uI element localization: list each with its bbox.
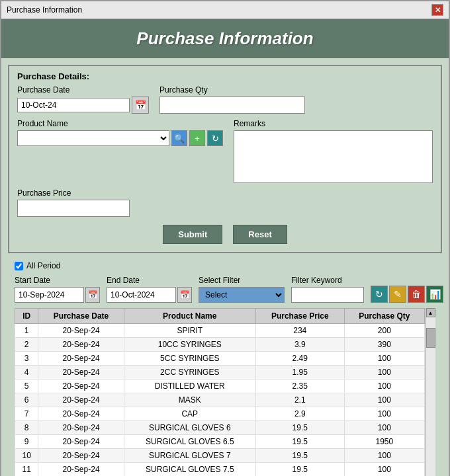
cell-id: 8 bbox=[15, 421, 38, 435]
date-input-wrap: 📅 bbox=[17, 97, 149, 114]
cell-qty: 100 bbox=[344, 421, 424, 435]
col-header-purchase-price: Purchase Price bbox=[255, 309, 344, 324]
add-product-button[interactable]: + bbox=[189, 130, 205, 146]
cell-id: 1 bbox=[15, 324, 38, 338]
cell-name: 5CC SYRINGES bbox=[124, 352, 255, 366]
filter-refresh-button[interactable]: ↻ bbox=[371, 286, 388, 303]
cell-qty: 100 bbox=[344, 449, 424, 463]
calendar-button[interactable]: 📅 bbox=[132, 97, 149, 114]
table-section: ID Purchase Date Product Name Purchase P… bbox=[8, 308, 442, 476]
scroll-up-arrow[interactable]: ▲ bbox=[426, 308, 435, 317]
filter-delete-button[interactable]: 🗑 bbox=[408, 286, 425, 303]
table-row[interactable]: 6 20-Sep-24 MASK 2.1 100 bbox=[15, 393, 425, 407]
col-header-id: ID bbox=[15, 309, 38, 324]
cell-qty: 200 bbox=[344, 324, 424, 338]
table-header-row: ID Purchase Date Product Name Purchase P… bbox=[15, 309, 425, 324]
table-row[interactable]: 9 20-Sep-24 SURGICAL GLOVES 6.5 19.5 195… bbox=[15, 435, 425, 449]
cell-price: 1.95 bbox=[255, 366, 344, 379]
cell-id: 5 bbox=[15, 379, 38, 393]
filter-row: Start Date 📅 End Date 📅 Select Filter bbox=[15, 276, 435, 303]
filter-edit-button[interactable]: ✎ bbox=[389, 286, 406, 303]
end-date-input[interactable] bbox=[107, 287, 176, 303]
page-title: Purchase Information bbox=[11, 28, 439, 49]
submit-button[interactable]: Submit bbox=[163, 225, 222, 244]
remarks-label: Remarks bbox=[234, 119, 433, 128]
cell-qty: 100 bbox=[344, 379, 424, 393]
end-date-cal-button[interactable]: 📅 bbox=[177, 287, 192, 303]
scroll-thumb[interactable] bbox=[426, 328, 435, 348]
table-row[interactable]: 1 20-Sep-24 SPIRIT 234 200 bbox=[15, 324, 425, 338]
select-filter-dropdown[interactable]: Select bbox=[199, 287, 285, 303]
table-row[interactable]: 3 20-Sep-24 5CC SYRINGES 2.49 100 bbox=[15, 352, 425, 366]
cell-price: 19.5 bbox=[255, 449, 344, 463]
col-header-purchase-qty: Purchase Qty bbox=[344, 309, 424, 324]
table-row[interactable]: 5 20-Sep-24 DISTILLED WATER 2.35 100 bbox=[15, 379, 425, 393]
cell-date: 20-Sep-24 bbox=[38, 435, 124, 449]
cell-id: 6 bbox=[15, 393, 38, 407]
cell-name: SURGICAL GLOVES 7.5 bbox=[124, 463, 255, 477]
end-date-wrap: 📅 bbox=[107, 287, 192, 303]
cell-name: 10CC SYRINGES bbox=[124, 338, 255, 352]
product-name-wrap: 🔍 + ↻ bbox=[17, 130, 223, 146]
all-period-row: All Period bbox=[15, 261, 435, 270]
all-period-checkbox[interactable] bbox=[15, 262, 23, 270]
cell-date: 20-Sep-24 bbox=[38, 379, 124, 393]
cell-price: 3.9 bbox=[255, 338, 344, 352]
purchase-details-legend: Purchase Details: bbox=[17, 71, 433, 81]
form-row-2: Product Name 🔍 + ↻ Remarks bbox=[17, 119, 433, 183]
filter-keyword-label: Filter Keyword bbox=[291, 276, 364, 285]
table-body: 1 20-Sep-24 SPIRIT 234 200 2 20-Sep-24 1… bbox=[15, 324, 425, 477]
table-row[interactable]: 4 20-Sep-24 2CC SYRINGES 1.95 100 bbox=[15, 366, 425, 379]
product-name-select[interactable] bbox=[17, 130, 169, 146]
purchase-date-input[interactable] bbox=[17, 98, 130, 112]
purchase-price-input[interactable] bbox=[17, 200, 130, 217]
refresh-product-button[interactable]: ↻ bbox=[207, 130, 223, 146]
filter-keyword-input[interactable] bbox=[291, 287, 364, 303]
purchase-date-group: Purchase Date 📅 bbox=[17, 85, 149, 114]
table-row[interactable]: 2 20-Sep-24 10CC SYRINGES 3.9 390 bbox=[15, 338, 425, 352]
filter-keyword-group: Filter Keyword bbox=[291, 276, 364, 303]
cell-price: 2.35 bbox=[255, 379, 344, 393]
end-date-label: End Date bbox=[107, 276, 192, 285]
cell-date: 20-Sep-24 bbox=[38, 449, 124, 463]
table-with-scroll: ID Purchase Date Product Name Purchase P… bbox=[15, 308, 425, 476]
table-row[interactable]: 8 20-Sep-24 SURGICAL GLOVES 6 19.5 100 bbox=[15, 421, 425, 435]
cell-name: SURGICAL GLOVES 7 bbox=[124, 449, 255, 463]
table-row[interactable]: 7 20-Sep-24 CAP 2.9 100 bbox=[15, 407, 425, 421]
reset-button[interactable]: Reset bbox=[233, 225, 287, 244]
filter-export-button[interactable]: 📊 bbox=[426, 286, 443, 303]
cell-id: 2 bbox=[15, 338, 38, 352]
select-filter-label: Select Filter bbox=[199, 276, 285, 285]
table-outer: ID Purchase Date Product Name Purchase P… bbox=[15, 308, 435, 476]
title-bar: Purchase Information ✕ bbox=[1, 1, 449, 19]
cell-price: 19.5 bbox=[255, 435, 344, 449]
start-date-input[interactable] bbox=[15, 287, 84, 303]
start-date-cal-button[interactable]: 📅 bbox=[85, 287, 100, 303]
start-date-group: Start Date 📅 bbox=[15, 276, 100, 303]
cell-name: SURGICAL GLOVES 6.5 bbox=[124, 435, 255, 449]
remarks-textarea[interactable] bbox=[234, 130, 433, 183]
start-date-label: Start Date bbox=[15, 276, 100, 285]
cell-date: 20-Sep-24 bbox=[38, 338, 124, 352]
cell-price: 234 bbox=[255, 324, 344, 338]
cell-price: 2.9 bbox=[255, 407, 344, 421]
purchase-qty-group: Purchase Qty bbox=[159, 85, 433, 114]
cell-price: 19.5 bbox=[255, 421, 344, 435]
table-row[interactable]: 10 20-Sep-24 SURGICAL GLOVES 7 19.5 100 bbox=[15, 449, 425, 463]
header: Purchase Information bbox=[1, 19, 449, 58]
purchase-qty-input[interactable] bbox=[159, 97, 305, 114]
cell-id: 3 bbox=[15, 352, 38, 366]
table-row[interactable]: 11 20-Sep-24 SURGICAL GLOVES 7.5 19.5 10… bbox=[15, 463, 425, 477]
col-header-purchase-date: Purchase Date bbox=[38, 309, 124, 324]
cell-name: CAP bbox=[124, 407, 255, 421]
purchase-details-section: Purchase Details: Purchase Date 📅 Purcha… bbox=[8, 65, 442, 253]
cell-name: DISTILLED WATER bbox=[124, 379, 255, 393]
cell-id: 11 bbox=[15, 463, 38, 477]
cell-name: 2CC SYRINGES bbox=[124, 366, 255, 379]
vertical-scrollbar[interactable]: ▲ ▼ bbox=[425, 308, 435, 476]
search-product-button[interactable]: 🔍 bbox=[171, 130, 187, 146]
close-button[interactable]: ✕ bbox=[431, 4, 443, 16]
cell-date: 20-Sep-24 bbox=[38, 324, 124, 338]
cell-date: 20-Sep-24 bbox=[38, 366, 124, 379]
product-name-label: Product Name bbox=[17, 119, 223, 128]
